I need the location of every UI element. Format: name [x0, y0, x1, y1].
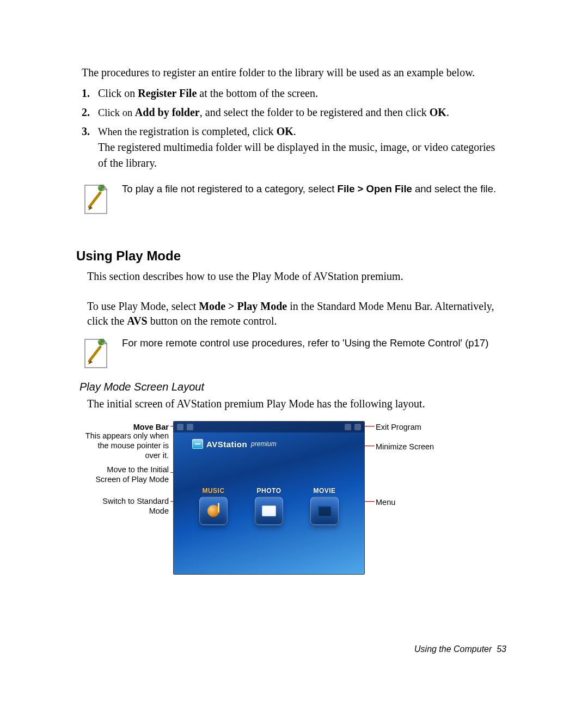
- move-bar[interactable]: [174, 422, 364, 432]
- screen-layout-diagram: Move Bar This appears only when the mous…: [38, 421, 463, 579]
- note-text: For more remote control use procedures, …: [122, 336, 488, 350]
- movebar-initial-icon[interactable]: [177, 424, 183, 430]
- subsection-p: The initial screen of AVStation premium …: [87, 397, 506, 411]
- label-move-bar-desc: This appears only when the mouse pointer…: [82, 431, 169, 460]
- label-exit-program: Exit Program: [376, 422, 421, 432]
- steps-list: 1. Click on Register File at the bottom …: [82, 86, 506, 171]
- step-1: 1. Click on Register File at the bottom …: [82, 86, 506, 101]
- step-number: 2.: [82, 105, 90, 120]
- tile-photo[interactable]: PHOTO: [249, 487, 289, 525]
- page-footer: Using the Computer 53: [82, 644, 506, 654]
- tile-label: MUSIC: [193, 487, 234, 495]
- step-text: Click on Register File at the bottom of …: [98, 87, 318, 99]
- logo-text: AVStation: [206, 440, 247, 449]
- svg-point-2: [102, 188, 104, 190]
- label-menu: Menu: [376, 497, 395, 507]
- step-text: When the registration is completed, clic…: [98, 125, 495, 169]
- tile-movie[interactable]: MOVIE: [304, 487, 345, 525]
- svg-point-4: [99, 340, 101, 342]
- subsection-heading: Play Mode Screen Layout: [79, 381, 506, 393]
- note-text: To play a file not registered to a categ…: [122, 182, 496, 196]
- app-logo[interactable]: AVStation premium: [192, 439, 364, 449]
- step-3: 3. When the registration is completed, c…: [82, 124, 506, 171]
- photo-icon: [255, 497, 283, 525]
- step-number: 3.: [82, 124, 90, 139]
- movebar-exit-icon[interactable]: [354, 424, 361, 430]
- note-icon: [82, 337, 110, 370]
- svg-point-3: [98, 339, 105, 345]
- section-p1: This section describes how to use the Pl…: [87, 269, 506, 284]
- step-text: Click on Add by folder, and select the f…: [98, 106, 449, 118]
- section-heading: Using Play Mode: [76, 248, 506, 264]
- svg-point-1: [99, 186, 101, 188]
- tile-label: PHOTO: [249, 487, 289, 495]
- section-p2: To use Play Mode, select Mode > Play Mod…: [87, 299, 506, 328]
- intro-paragraph: The procedures to register an entire fol…: [82, 65, 506, 80]
- note-block-1: To play a file not registered to a categ…: [82, 181, 506, 216]
- menu-tiles: MUSIC PHOTO MOVIE: [174, 487, 364, 525]
- movebar-standard-icon[interactable]: [187, 424, 193, 430]
- svg-point-0: [98, 185, 105, 191]
- note-block-2: For more remote control use procedures, …: [82, 335, 506, 370]
- step-2: 2. Click on Add by folder, and select th…: [82, 105, 506, 120]
- note-icon: [82, 183, 110, 216]
- tile-music[interactable]: MUSIC: [193, 487, 234, 525]
- label-standard-mode: Switch to Standard Mode: [87, 496, 169, 516]
- logo-icon: [192, 439, 203, 449]
- movebar-minimize-icon[interactable]: [345, 424, 351, 430]
- tile-label: MOVIE: [304, 487, 345, 495]
- movie-icon: [310, 497, 339, 525]
- label-minimize-screen: Minimize Screen: [376, 442, 434, 452]
- logo-suffix: premium: [251, 440, 277, 448]
- step-number: 1.: [82, 86, 90, 101]
- app-screenshot: AVStation premium MUSIC PHOTO MOVIE: [173, 421, 365, 575]
- music-icon: [199, 497, 228, 525]
- svg-point-5: [102, 342, 104, 344]
- label-initial-screen: Move to the Initial Screen of Play Mode: [87, 465, 169, 484]
